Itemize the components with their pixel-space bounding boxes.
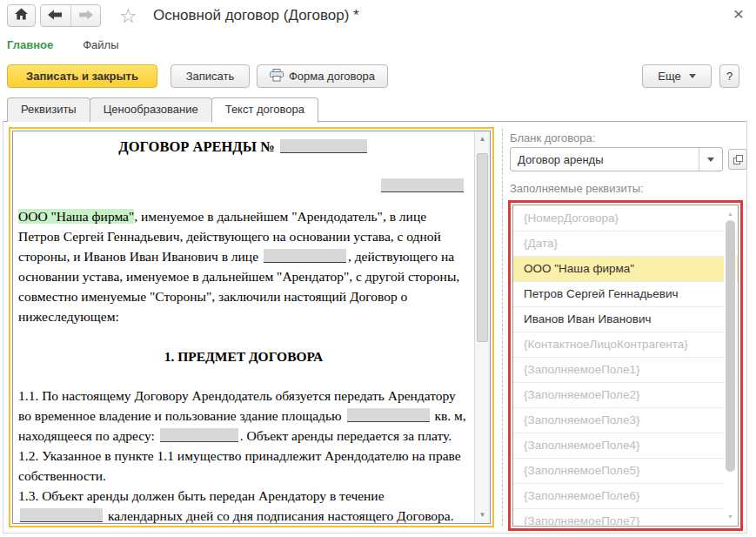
printer-icon — [270, 69, 284, 84]
fillable-fields-list: {НомерДоговора}{Дата}ООО "Наша фирма"Пет… — [513, 206, 738, 527]
blank-field[interactable] — [20, 508, 103, 522]
blank-field[interactable] — [347, 408, 430, 422]
help-button[interactable]: ? — [719, 64, 739, 88]
contract-document-editor[interactable]: ДОГОВОР АРЕНДЫ № ООО "Наша фирма", имену… — [9, 127, 494, 527]
home-icon — [15, 8, 28, 23]
open-in-window-icon — [733, 155, 743, 164]
contract-text[interactable]: ДОГОВОР АРЕНДЫ № ООО "Наша фирма", имену… — [13, 131, 474, 523]
contract-template-label: Бланк договора: — [510, 131, 595, 144]
fillable-field-row[interactable]: {ЗаполняемоеПоле3} — [513, 408, 738, 433]
forward-arrow-icon — [78, 8, 93, 23]
fillable-field-row[interactable]: ООО "Наша фирма" — [513, 257, 738, 282]
menu-bar: ГлавноеФайлы — [7, 33, 119, 56]
contract-template-combobox[interactable]: Договор аренды — [510, 147, 723, 171]
scroll-up-icon[interactable]: ▲ — [475, 135, 490, 144]
fillable-fields-listbox: {НомерДоговора}{Дата}ООО "Наша фирма"Пет… — [512, 205, 739, 527]
back-button[interactable] — [41, 5, 71, 26]
doc-text-segment: 1.2. Указанное в пункте 1.1 имущество пр… — [18, 448, 461, 483]
scroll-down-icon[interactable]: ▼ — [724, 513, 737, 521]
open-template-button[interactable] — [728, 149, 747, 170]
more-label: Еще — [658, 70, 680, 83]
doc-block: 1.2. Указанное в пункте 1.1 имущество пр… — [18, 446, 469, 486]
document-inner: ДОГОВОР АРЕНДЫ № ООО "Наша фирма", имену… — [12, 131, 491, 524]
menu-item-files[interactable]: Файлы — [83, 38, 118, 51]
doc-block: ООО "Наша фирма", именуемое в дальнейшем… — [18, 206, 469, 326]
combobox-dropdown-button[interactable] — [699, 148, 722, 171]
save-button[interactable]: Записать — [171, 64, 250, 88]
fillable-field-row[interactable]: {ЗаполняемоеПоле5} — [513, 459, 738, 484]
blank-field[interactable] — [280, 139, 367, 153]
blank-field[interactable] — [264, 249, 346, 263]
contract-text-panel: ДОГОВОР АРЕНДЫ № ООО "Наша фирма", имену… — [3, 121, 747, 534]
fillable-field-row[interactable]: {ЗаполняемоеПоле2} — [513, 383, 738, 408]
page-title: Основной договор (Договор) * — [153, 7, 359, 24]
doc-text-segment: ООО "Наша фирма" — [18, 209, 134, 224]
fillable-fields-label: Заполняемые реквизиты: — [510, 182, 644, 195]
blank-field[interactable] — [381, 178, 464, 192]
doc-block — [18, 176, 469, 196]
contract-template-value: Договор аренды — [511, 153, 699, 166]
doc-block: ДОГОВОР АРЕНДЫ № — [18, 137, 469, 157]
tab-strip: РеквизитыЦенообразованиеТекст договора — [7, 97, 318, 122]
history-nav — [40, 4, 101, 27]
save-and-close-button[interactable]: Записать и закрыть — [7, 64, 157, 88]
fillable-field-row[interactable]: Петров Сергей Геннадьевич — [513, 282, 738, 307]
favorite-star-icon[interactable]: ☆ — [119, 3, 137, 28]
doc-text-segment: 1. ПРЕДМЕТ ДОГОВОРА — [164, 349, 324, 364]
tab-requisites[interactable]: Реквизиты — [7, 97, 90, 122]
fillable-field-row[interactable]: {ЗаполняемоеПоле1} — [513, 358, 738, 383]
more-button[interactable]: Еще — [642, 64, 712, 88]
fillable-field-row[interactable]: {ЗаполняемоеПоле6} — [513, 484, 738, 509]
contract-form-button[interactable]: Форма договора — [257, 64, 388, 88]
list-scrollbar[interactable]: ▲ ▼ — [724, 206, 737, 525]
doc-block: 1.3. Объект аренды должен быть передан А… — [18, 486, 469, 523]
scroll-up-icon[interactable]: ▲ — [724, 210, 737, 218]
fillable-field-row[interactable]: {ЗаполняемоеПоле7} — [513, 509, 738, 527]
doc-block: 1. ПРЕДМЕТ ДОГОВОРА — [18, 346, 469, 366]
fillable-field-row[interactable]: Иванов Иван Иванович — [513, 307, 738, 332]
toolbar: Записать и закрыть Записать Форма догово… — [0, 64, 756, 89]
fillable-field-row[interactable]: {НомерДоговора} — [513, 206, 738, 232]
scrollbar-thumb[interactable] — [477, 153, 488, 342]
fillable-field-row[interactable]: {Дата} — [513, 232, 738, 257]
menu-item-main[interactable]: Главное — [7, 38, 53, 51]
forward-button[interactable] — [71, 5, 101, 26]
doc-text-segment: 1.3. Объект аренды должен быть передан А… — [18, 488, 385, 503]
fillable-fields-highlight-frame: {НомерДоговора}{Дата}ООО "Наша фирма"Пет… — [508, 200, 743, 531]
blank-field[interactable] — [160, 428, 238, 442]
scroll-down-icon[interactable]: ▼ — [475, 511, 490, 520]
panel-splitter[interactable] — [502, 129, 503, 526]
chevron-down-icon — [707, 158, 714, 162]
contract-window: ☆ Основной договор (Договор) * × Главное… — [0, 0, 756, 537]
doc-text-segment: ДОГОВОР АРЕНДЫ № — [118, 138, 278, 155]
title-bar: ☆ Основной договор (Договор) * × — [0, 0, 756, 31]
close-icon[interactable]: × — [730, 3, 747, 24]
fillable-field-row[interactable]: {КонтактноеЛицоКонтрагента} — [513, 332, 738, 358]
scrollbar-thumb[interactable] — [726, 220, 735, 472]
back-arrow-icon — [48, 8, 63, 23]
doc-text-segment: . Объект аренды передается за плату. — [240, 428, 452, 443]
contract-form-label: Форма договора — [289, 70, 375, 83]
tab-contract-text[interactable]: Текст договора — [211, 97, 318, 123]
document-scrollbar[interactable]: ▲ ▼ — [474, 131, 490, 523]
doc-block: 1.1. По настоящему Договору Арендодатель… — [18, 386, 469, 446]
chevron-down-icon — [689, 74, 696, 78]
fillable-field-row[interactable]: {ЗаполняемоеПоле4} — [513, 433, 738, 459]
tab-pricing[interactable]: Ценообразование — [90, 97, 212, 122]
home-button[interactable] — [7, 4, 36, 27]
